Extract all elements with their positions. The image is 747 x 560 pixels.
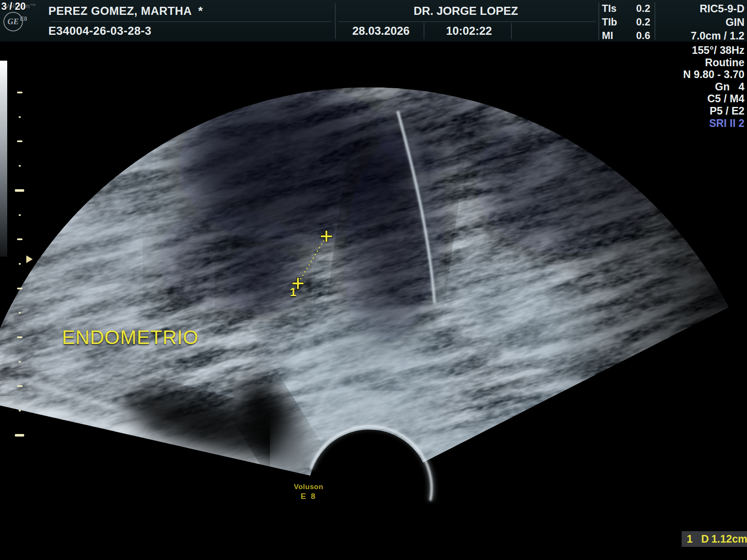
measurement-index: 1	[687, 533, 693, 545]
ruler-dot	[19, 165, 21, 167]
ruler-tick	[17, 238, 22, 240]
exam-time: 10:02:22	[428, 25, 510, 38]
ruler-tick-major	[15, 189, 24, 192]
footer-model: E 8	[279, 492, 338, 501]
header-divider-v2	[424, 23, 424, 39]
ruler-dot	[19, 361, 21, 363]
param-lines: 155°/ 38HzRoutineN 9.80 - 3.70Gn 4C5 / M…	[592, 44, 744, 129]
physician-name: DR. JORGE LOPEZ	[336, 5, 596, 18]
param-line: 155°/ 38Hz	[592, 44, 744, 56]
ruler-dot	[19, 312, 21, 314]
depth-frequency: 7.0cm / 1.2	[656, 29, 744, 42]
param-line: Routine	[592, 56, 744, 69]
param-line: P5 / E2	[592, 105, 744, 117]
ruler-dot	[19, 410, 21, 412]
preset-name: GIN	[656, 15, 744, 29]
thermal-block: TIs0.2TIb0.2MI0.6	[602, 2, 650, 42]
caliper-cross-1[interactable]	[320, 230, 332, 242]
cine-frame-counter: 3 / 20	[1, 1, 26, 12]
param-line: C5 / M4	[592, 92, 744, 105]
measurement-result-bar: 1 D 1.12cm	[682, 531, 747, 547]
ultrasound-screen: PEREZ GOMEZ, MARTHA * E34004-26-03-28-3 …	[0, 0, 747, 560]
header-divider-v5	[654, 3, 655, 40]
probe-name: RIC5-9-D	[656, 2, 744, 15]
caliper-dotted-line	[300, 241, 324, 279]
ruler-dot	[19, 214, 21, 216]
ruler-tick	[17, 336, 22, 338]
param-line: Gn 4	[592, 81, 744, 93]
patient-name: PEREZ GOMEZ, MARTHA *	[48, 5, 203, 18]
header-divider-v4	[598, 3, 599, 40]
header-divider-h1	[51, 21, 331, 22]
thermal-index-row: TIb0.2	[602, 15, 650, 29]
tissue-annotation: ENDOMETRIO	[62, 326, 199, 349]
patient-id: E34004-26-03-28-3	[48, 25, 152, 38]
header-divider-v3	[511, 23, 512, 39]
measurement-type: D	[701, 533, 709, 545]
grayscale-bar	[0, 61, 7, 257]
model-label: E8	[20, 15, 27, 22]
ge-monogram: GE	[8, 17, 19, 26]
ruler-tick	[17, 92, 22, 93]
measurement-value: 1.12cm	[711, 533, 747, 545]
focus-marker-icon[interactable]	[26, 255, 33, 263]
ruler-tick	[17, 385, 22, 387]
thermal-index-row: TIs0.2	[602, 2, 650, 15]
caliper-index-label: 1	[290, 286, 296, 299]
thermal-index-row: MI0.6	[602, 29, 650, 42]
exam-date: 28.03.2026	[339, 25, 423, 38]
ruler-tick	[17, 288, 22, 289]
footer-brand: Voluson	[279, 483, 338, 491]
probe-block: RIC5-9-DGIN7.0cm / 1.2	[656, 2, 744, 42]
voluson-footer-logo: Voluson E 8	[279, 483, 338, 501]
param-line: SRI II 2	[592, 117, 744, 129]
ruler-tick-major	[15, 434, 24, 437]
ruler-dot	[19, 116, 21, 118]
ruler-tick	[17, 140, 22, 142]
header-divider-h2	[338, 21, 596, 22]
ruler-dot	[19, 263, 21, 265]
param-line: N 9.80 - 3.70	[592, 68, 744, 81]
